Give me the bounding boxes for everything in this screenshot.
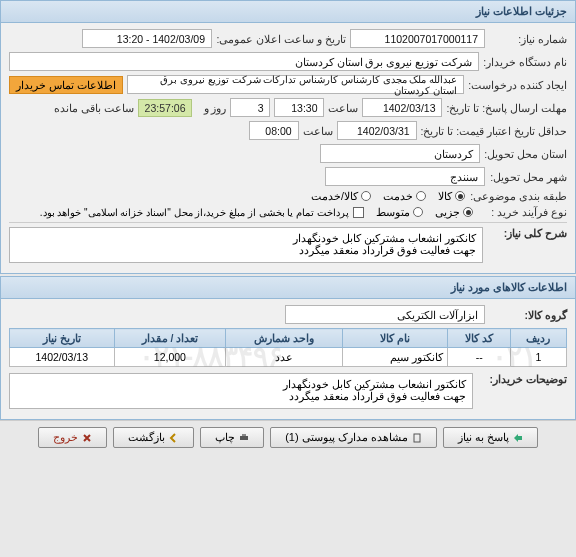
td-row: 1	[510, 348, 566, 367]
valid-time-field: 08:00	[249, 121, 299, 140]
province-label: استان محل تحویل:	[484, 148, 567, 160]
goods-group-label: گروه کالا:	[489, 309, 567, 321]
th-qty: تعداد / مقدار	[114, 329, 226, 348]
svg-rect-2	[242, 434, 246, 436]
goods-panel-title: اطلاعات کالاهای مورد نیاز	[451, 281, 567, 293]
requester-field: عبدالله ملک مجدی کارشناس کارشناس تدارکات…	[127, 75, 464, 94]
subject-cat-label: طبقه بندی موضوعی:	[469, 190, 567, 202]
respond-button[interactable]: پاسخ به نیاز	[443, 427, 538, 448]
reply-date-field: 1402/03/13	[362, 98, 442, 117]
remain-time-badge: 23:57:06	[138, 99, 193, 117]
goods-form-area: گروه کالا: ابزارآلات الکتریکی ۰۲۱-۸۸۳۴۹۶…	[1, 299, 575, 419]
days-field: 3	[230, 98, 270, 117]
th-row: ردیف	[510, 329, 566, 348]
radio-dot-icon	[416, 191, 426, 201]
need-number-field: 1102007017000117	[350, 29, 485, 48]
ann-datetime-label: تاریخ و ساعت اعلان عمومی:	[216, 33, 346, 45]
valid-date-field: 1402/03/31	[337, 121, 417, 140]
desc-textarea: کانکتور انشعاب مشترکین کابل خودنگهدار جه…	[9, 227, 483, 263]
radio-dot-icon	[463, 207, 473, 217]
td-unit: عدد	[226, 348, 343, 367]
province-field: کردستان	[320, 144, 480, 163]
table-row[interactable]: 1 -- کانکتور سیم عدد 12,000 1402/03/13	[10, 348, 567, 367]
goods-group-field: ابزارآلات الکتریکی	[285, 305, 485, 324]
requester-label: ایجاد کننده درخواست:	[468, 79, 567, 91]
th-code: کد کالا	[448, 329, 511, 348]
reply-deadline-label: مهلت ارسال پاسخ: تا تاریخ:	[446, 102, 567, 114]
ann-datetime-field: 1402/03/09 - 13:20	[82, 29, 212, 48]
need-number-label: شماره نیاز:	[489, 33, 567, 45]
form-area: شماره نیاز: 1102007017000117 تاریخ و ساع…	[1, 23, 575, 273]
goods-panel-header: اطلاعات کالاهای مورد نیاز	[1, 277, 575, 299]
td-name: کانکتور سیم	[343, 348, 448, 367]
back-icon	[169, 433, 179, 443]
svg-rect-0	[414, 434, 420, 442]
svg-rect-1	[240, 436, 248, 440]
panel-title: جزئیات اطلاعات نیاز	[476, 5, 567, 17]
radio-dot-icon	[455, 191, 465, 201]
radio-dot-icon	[361, 191, 371, 201]
radio-service[interactable]: خدمت	[383, 190, 426, 202]
exit-button[interactable]: خروج	[38, 427, 107, 448]
button-bar: پاسخ به نیاز مشاهده مدارک پیوستی (1) چاپ…	[0, 420, 576, 454]
valid-label: حداقل تاریخ اعتبار قیمت: تا تاریخ:	[421, 125, 567, 137]
contact-badge[interactable]: اطلاعات تماس خریدار	[9, 76, 123, 94]
exit-icon	[82, 433, 92, 443]
radio-goods[interactable]: کالا	[438, 190, 465, 202]
td-need-date: 1402/03/13	[10, 348, 115, 367]
radio-medium[interactable]: متوسط	[376, 206, 423, 218]
radio-dot-icon	[413, 207, 423, 217]
goods-panel: اطلاعات کالاهای مورد نیاز گروه کالا: ابز…	[0, 276, 576, 420]
details-panel: جزئیات اطلاعات نیاز شماره نیاز: 11020070…	[0, 0, 576, 274]
radio-goods-service[interactable]: کالا/خدمت	[311, 190, 371, 202]
td-qty: 12,000	[114, 348, 226, 367]
th-name: نام کالا	[343, 329, 448, 348]
reply-time-field: 13:30	[274, 98, 324, 117]
time-label-1: ساعت	[328, 102, 358, 114]
desc-label: شرح کلی نیاز:	[487, 227, 567, 239]
city-label: شهر محل تحویل:	[489, 171, 567, 183]
attachment-icon	[412, 433, 422, 443]
goods-table: ردیف کد کالا نام کالا واحد شمارش تعداد /…	[9, 328, 567, 367]
back-button[interactable]: بازگشت	[113, 427, 194, 448]
buyer-org-label: نام دستگاه خریدار:	[483, 56, 567, 68]
remain-label: ساعت باقی مانده	[54, 102, 134, 114]
buyer-notes-label: توضیحات خریدار:	[477, 373, 567, 385]
divider	[9, 222, 567, 223]
city-field: سنندج	[325, 167, 485, 186]
docs-button[interactable]: مشاهده مدارک پیوستی (1)	[270, 427, 437, 448]
td-code: --	[448, 348, 511, 367]
process-note: پرداخت تمام یا بخشی از مبلغ خرید،از محل …	[40, 207, 349, 218]
print-icon	[239, 433, 249, 443]
th-need-date: تاریخ نیاز	[10, 329, 115, 348]
reply-icon	[513, 433, 523, 443]
process-label: نوع فرآیند خرید :	[477, 206, 567, 218]
panel-header: جزئیات اطلاعات نیاز	[1, 1, 575, 23]
days-label: روز و	[196, 102, 226, 114]
radio-small[interactable]: جزیی	[435, 206, 473, 218]
time-label-2: ساعت	[303, 125, 333, 137]
th-unit: واحد شمارش	[226, 329, 343, 348]
print-button[interactable]: چاپ	[200, 427, 264, 448]
buyer-org-field: شرکت توزیع نیروی برق استان کردستان	[9, 52, 479, 71]
buyer-notes-textarea: کانکتور انشعاب مشترکین کابل خودنگهدار جه…	[9, 373, 473, 409]
treasury-checkbox[interactable]	[353, 207, 364, 218]
